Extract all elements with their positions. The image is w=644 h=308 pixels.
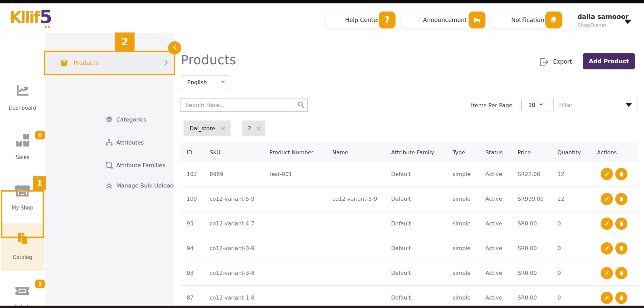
cell-price: SR0.00 <box>518 261 557 285</box>
user-name[interactable]: dalia samooor <box>577 13 628 20</box>
cell-status: Active <box>485 285 518 308</box>
sidebar-item-sales[interactable] <box>14 132 31 149</box>
cell-sku: co12-variant-3-8 <box>210 261 269 285</box>
header: Kllif 5 Help Center ? Announcement Notif… <box>0 3 644 33</box>
chart-line-icon <box>15 93 30 100</box>
add-product-label: Add Product <box>589 58 629 65</box>
menu-label-categories: Categories <box>116 116 146 123</box>
cell-name: co12-variant-5-9 <box>332 186 391 211</box>
search-input[interactable] <box>180 98 294 112</box>
cell-product-number <box>269 285 332 308</box>
cell-quantity: 0 <box>557 261 597 285</box>
delete-button[interactable] <box>615 168 627 180</box>
edit-button[interactable] <box>601 267 613 279</box>
cell-price: SR0.00 <box>518 236 557 261</box>
delete-button[interactable] <box>615 218 627 230</box>
clipboard-icon <box>15 230 30 246</box>
items-per-page-select[interactable]: 10 <box>521 98 548 112</box>
delete-button[interactable] <box>615 242 627 255</box>
tickets-badge: 2 <box>35 280 45 288</box>
sidebar-item-tickets[interactable] <box>14 282 31 299</box>
cell-product-number <box>269 236 332 261</box>
col-sku: SKU <box>210 143 269 162</box>
angles-up-icon <box>105 181 112 190</box>
cell-product-number <box>269 186 332 211</box>
close-icon[interactable]: × <box>220 125 226 132</box>
search-button[interactable] <box>294 98 308 112</box>
edit-button[interactable] <box>601 242 613 255</box>
language-value: English <box>187 79 207 86</box>
items-per-page-value: 10 <box>528 102 535 108</box>
menu-item-products[interactable]: Products <box>45 51 174 75</box>
menu-label-products: Products <box>74 60 98 66</box>
help-center-button[interactable]: Help Center ? <box>326 12 395 28</box>
annotation-mark-2-label: 2 <box>115 32 135 51</box>
object-group-icon <box>105 161 114 170</box>
open-box-icon <box>60 59 69 67</box>
cell-type: simple <box>453 285 485 308</box>
cell-status: Active <box>485 162 518 186</box>
col-type: Type <box>453 143 485 162</box>
bell-icon <box>545 12 562 28</box>
cell-sku: co12-variant-3-9 <box>210 236 269 261</box>
cell-quantity: 22 <box>557 186 597 211</box>
col-actions: Actions <box>597 143 638 162</box>
add-product-button[interactable]: Add Product <box>583 53 635 69</box>
cell-status: Active <box>485 211 518 236</box>
cell-type: simple <box>453 186 485 211</box>
caret-down-icon <box>626 103 632 107</box>
table-row: 87 co12-variant-1-8 Default simple Activ… <box>180 285 638 308</box>
annotation-mark-1-label: 1 <box>33 176 46 190</box>
sidebar-label-dashboard: Dashboard <box>0 105 45 111</box>
delete-button[interactable] <box>615 292 627 304</box>
chevron-left-icon <box>171 44 178 52</box>
sidebar-item-my-shop[interactable] <box>14 181 31 199</box>
ticket-icon <box>14 294 31 301</box>
table-row: 94 co12-variant-3-9 Default simple Activ… <box>180 236 638 261</box>
cell-sku: co12-variant-4-7 <box>210 211 269 236</box>
search-icon <box>297 101 305 110</box>
sidebar-label-sales: Sales <box>0 154 45 160</box>
storefront-icon <box>14 194 31 200</box>
cell-quantity: 12 <box>557 162 597 186</box>
table-row: 102 8989 test-001 Default simple Active … <box>180 162 638 186</box>
announcement-button[interactable]: Announcement <box>402 12 485 28</box>
app-logo[interactable]: Kllif 5 <box>9 8 52 26</box>
logo-text: Kllif <box>9 8 39 26</box>
cell-id: 100 <box>180 186 210 211</box>
cell-price: SR0.00 <box>518 211 557 236</box>
filter-chip-dal-store[interactable]: Dal_store × <box>184 120 231 136</box>
chevron-right-icon <box>162 59 170 68</box>
language-select[interactable]: English <box>181 75 230 89</box>
cell-status: Active <box>485 261 518 285</box>
bottom-dark-bar <box>0 306 644 308</box>
notification-button[interactable]: Notification <box>491 12 562 28</box>
sidebar-item-dashboard[interactable] <box>15 83 30 98</box>
cell-product-number: test-001 <box>269 162 332 186</box>
chevron-down-icon <box>220 79 225 86</box>
cell-id: 102 <box>180 162 210 186</box>
cell-sku: co12-variant-1-8 <box>210 285 269 308</box>
boxes-icon <box>14 144 31 150</box>
user-menu-caret-icon[interactable] <box>624 20 631 24</box>
filter-chip-2[interactable]: 2 × <box>242 120 265 136</box>
question-mark-icon: ? <box>379 12 396 28</box>
close-icon[interactable]: × <box>256 125 261 132</box>
collapse-sidebar-button[interactable] <box>168 41 181 54</box>
edit-button[interactable] <box>601 218 613 230</box>
col-quantity: Quantity <box>557 143 597 162</box>
filter-dropdown[interactable]: Filter <box>553 98 638 112</box>
col-product-number: Product Number <box>269 143 332 162</box>
edit-button[interactable] <box>601 292 613 304</box>
cell-price: SR0.00 <box>518 285 557 308</box>
edit-button[interactable] <box>601 168 613 180</box>
edit-button[interactable] <box>601 193 613 205</box>
cell-name <box>332 236 391 261</box>
cell-id: 94 <box>180 236 210 261</box>
export-icon <box>538 57 549 69</box>
delete-button[interactable] <box>615 193 627 205</box>
sitemap-icon <box>105 138 114 147</box>
export-button[interactable]: Export <box>553 58 572 65</box>
delete-button[interactable] <box>615 267 627 279</box>
cell-attribute-family: Default <box>391 236 453 261</box>
